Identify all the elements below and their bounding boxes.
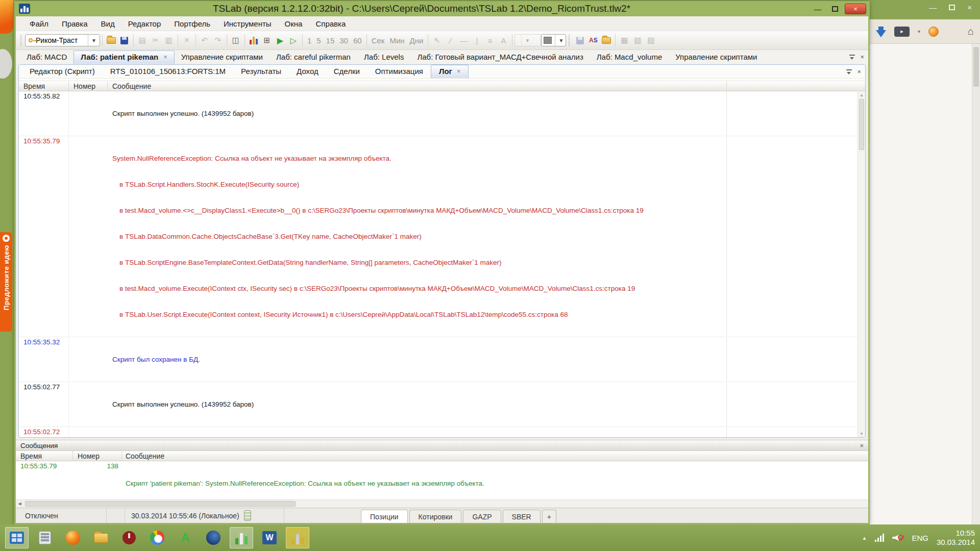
timeframe-1[interactable]: 1 xyxy=(305,36,314,45)
timeframe-30[interactable]: 30 xyxy=(337,36,351,45)
properties-icon[interactable]: ◫ xyxy=(229,34,242,46)
column-header-message[interactable]: Сообщение xyxy=(122,452,868,460)
menu-tools[interactable]: Инструменты xyxy=(217,18,278,30)
column-header-number[interactable]: Номер xyxy=(69,81,108,91)
media-player-icon[interactable]: ▸ xyxy=(894,27,910,37)
scrollbar-thumb[interactable] xyxy=(859,99,864,150)
run-button[interactable]: ▶ xyxy=(274,34,287,46)
taskbar-chart-app-icon[interactable] xyxy=(286,527,309,548)
tab-lab-macd-candle[interactable]: Лаб: Готовый вариант_МАСД+Свечной анализ xyxy=(410,51,590,64)
timeframe-15[interactable]: 15 xyxy=(324,36,337,45)
log-row[interactable]: 10:55:35.32 Скрипт был сохранен в БД. xyxy=(19,337,865,382)
taskbar-tslab-icon[interactable] xyxy=(230,527,253,548)
tab-script-manager-2[interactable]: Управление скриптами xyxy=(669,51,764,64)
menu-help[interactable]: Справка xyxy=(309,18,352,30)
taskbar-blue-app-icon[interactable] xyxy=(5,527,29,548)
open-script-button[interactable] xyxy=(600,34,613,46)
scroll-down-icon[interactable]: ▼ xyxy=(858,432,865,436)
tab-lab-macd-volume[interactable]: Лаб: Macd_volume xyxy=(590,51,669,64)
timeframe-60[interactable]: 60 xyxy=(351,36,364,45)
menu-windows[interactable]: Окна xyxy=(278,18,309,30)
history-clock-icon[interactable] xyxy=(928,27,939,37)
media-dropdown-icon[interactable]: ▾ xyxy=(918,29,920,34)
network-signal-icon[interactable] xyxy=(875,534,884,542)
taskbar-word-icon[interactable]: W xyxy=(258,527,281,548)
subtab-datasource[interactable]: RTS_010106_150613:FORTS:1M xyxy=(103,65,233,78)
messages-horizontal-scrollbar[interactable]: ◀ xyxy=(16,499,868,508)
log-row[interactable]: 10:55:02.77 Скрипт выполнен успешно. (14… xyxy=(19,382,865,427)
save-button[interactable] xyxy=(118,34,131,46)
tab-script-manager[interactable]: Управление скриптами xyxy=(175,51,270,64)
toolbar-grip-2[interactable] xyxy=(569,35,571,46)
messages-panel-close-icon[interactable]: × xyxy=(860,442,864,449)
script-scheme-icon[interactable]: ⊞ xyxy=(260,34,274,46)
menu-edit[interactable]: Правка xyxy=(55,18,94,30)
unit-seconds[interactable]: Сек xyxy=(369,36,387,45)
menu-portfolio[interactable]: Портфель xyxy=(167,18,217,30)
column-header-message[interactable]: Сообщение xyxy=(108,81,727,91)
api-script-icon[interactable]: AS xyxy=(586,34,600,46)
unit-minutes[interactable]: Мин xyxy=(387,36,407,45)
titlebar[interactable]: TSLab (версия 1.2.12.0:32bit) - C:\Users… xyxy=(16,1,868,16)
tab-sber[interactable]: SBER xyxy=(503,510,541,523)
download-icon[interactable] xyxy=(876,30,886,37)
open-button[interactable] xyxy=(105,34,118,46)
subtab-results[interactable]: Результаты xyxy=(233,65,289,78)
scrollbar-thumb[interactable] xyxy=(25,501,296,507)
log-row[interactable]: 10:55:35.82 Скрипт выполнен успешно. (14… xyxy=(19,91,865,136)
log-vertical-scrollbar[interactable]: ▲ ▼ xyxy=(857,92,865,437)
column-header-time[interactable]: Время xyxy=(16,451,73,461)
chart-button[interactable] xyxy=(247,34,260,46)
subtab-optimization[interactable]: Оптимизация xyxy=(368,65,431,78)
taskbar-power-app-icon[interactable] xyxy=(117,527,141,548)
unit-days[interactable]: Дни xyxy=(407,36,426,45)
subtab-profit[interactable]: Доход xyxy=(289,65,326,78)
tab-gazp[interactable]: GAZP xyxy=(463,510,501,523)
tab-list-dropdown-icon[interactable] xyxy=(849,55,855,60)
account-selector[interactable]: Риком-Траст ▼ xyxy=(25,34,100,46)
subtab-strip-close-icon[interactable]: × xyxy=(857,68,861,76)
taskbar-explorer-icon[interactable] xyxy=(89,527,113,548)
message-row[interactable]: 10:55:35.79 138 Скрипт 'patient pikeman'… xyxy=(16,461,868,499)
column-header-time[interactable]: Время xyxy=(19,81,69,91)
maximize-button[interactable] xyxy=(826,5,844,13)
color-picker[interactable]: ▼ xyxy=(541,34,566,46)
tray-clock[interactable]: 10:55 30.03.2014 xyxy=(937,529,975,547)
tab-close-icon[interactable]: × xyxy=(457,67,461,75)
background-browser-scrollbar[interactable] xyxy=(972,44,980,524)
close-button[interactable]: × xyxy=(845,4,866,14)
taskbar-firefox-icon[interactable] xyxy=(61,527,85,548)
home-icon[interactable]: ⌂ xyxy=(968,26,974,37)
tab-positions[interactable]: Позиции xyxy=(361,510,408,523)
taskbar-chrome-icon[interactable] xyxy=(145,527,169,548)
subtab-trades[interactable]: Сделки xyxy=(326,65,368,78)
timeframe-5[interactable]: 5 xyxy=(314,36,323,45)
subtab-list-dropdown-icon[interactable] xyxy=(846,69,852,74)
add-tab-button[interactable]: + xyxy=(542,510,556,523)
tab-strip-close-icon[interactable]: × xyxy=(860,53,864,61)
tab-lab-patient-pikeman[interactable]: Лаб: patient pikeman × xyxy=(74,51,174,64)
tab-lab-careful-pikerman[interactable]: Лаб: careful pikerman xyxy=(270,51,357,64)
language-indicator[interactable]: ENG xyxy=(912,534,928,542)
chevron-down-icon[interactable]: ▼ xyxy=(88,35,96,46)
feedback-banner[interactable]: Предложите идею xyxy=(0,232,12,332)
bg-close-icon[interactable]: × xyxy=(967,3,972,12)
column-header-number[interactable]: Номер xyxy=(73,451,122,461)
minimize-button[interactable]: — xyxy=(809,5,826,13)
scroll-left-icon[interactable]: ◀ xyxy=(18,501,21,506)
bg-maximize-icon[interactable] xyxy=(949,3,955,12)
scroll-up-icon[interactable]: ▲ xyxy=(858,93,865,97)
bg-minimize-icon[interactable]: — xyxy=(929,3,937,12)
menu-editor[interactable]: Редактор xyxy=(121,18,168,30)
subtab-editor[interactable]: Редактор (Скрипт) xyxy=(22,65,103,78)
log-row[interactable]: 10:55:35.79 System.NullReferenceExceptio… xyxy=(19,136,865,337)
log-row[interactable]: 10:55:02.72 System.NullReferenceExceptio… xyxy=(19,427,865,437)
tab-lab-macd[interactable]: Лаб: MACD xyxy=(20,51,74,64)
taskbar-calculator-icon[interactable] xyxy=(33,527,57,548)
tab-lab-levels[interactable]: Лаб: Levels xyxy=(357,51,410,64)
toolbar-grip[interactable] xyxy=(20,35,22,46)
tab-quotes[interactable]: Котировки xyxy=(409,510,462,523)
run-step-button[interactable]: ▷ xyxy=(287,34,300,46)
taskbar-aimp-icon[interactable]: A xyxy=(174,527,197,548)
subtab-log[interactable]: Лог × xyxy=(431,65,469,78)
